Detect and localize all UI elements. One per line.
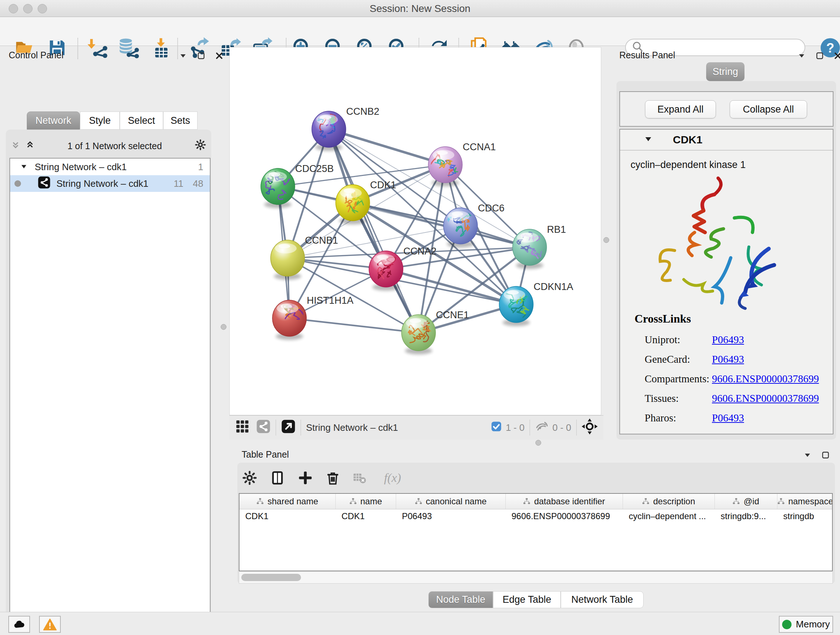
left-splitter-handle[interactable]: [221, 324, 226, 330]
node-HIST1H1A[interactable]: [272, 296, 306, 340]
crosslink-row: Tissues:9606.ENSP00000378699: [645, 393, 833, 405]
protein-structure-image: [640, 174, 785, 314]
function-builder-icon[interactable]: f(x): [376, 468, 409, 488]
table-gear-icon[interactable]: [240, 468, 260, 488]
delete-table-icon[interactable]: [349, 468, 370, 488]
tab-edge-table[interactable]: Edge Table: [493, 591, 561, 608]
tab-node-table[interactable]: Node Table: [428, 591, 493, 608]
tab-sets[interactable]: Sets: [163, 111, 197, 130]
panel-close-icon[interactable]: [215, 51, 224, 62]
node-CCNB1[interactable]: [271, 240, 305, 280]
node-label-CCNA1: CCNA1: [463, 141, 496, 152]
tab-network-table[interactable]: Network Table: [561, 591, 644, 608]
node-label-CCNE1: CCNE1: [436, 310, 469, 320]
right-splitter-handle[interactable]: [603, 237, 609, 243]
node-CCNB2[interactable]: [312, 109, 346, 151]
tab-style[interactable]: Style: [80, 111, 120, 130]
column-header-label: name: [360, 496, 382, 507]
panel-float-icon[interactable]: [821, 451, 830, 461]
column-header-canonical-name[interactable]: canonical name: [396, 494, 506, 509]
panel-collapse-icon[interactable]: [803, 451, 812, 461]
fit-content-crosshair-icon[interactable]: [582, 418, 598, 437]
column-header-shared-name[interactable]: shared name: [240, 494, 336, 509]
node-label-CCNB1: CCNB1: [305, 235, 338, 246]
node-label-HIST1H1A: HIST1H1A: [307, 295, 354, 306]
network-list: String Network – cdk1 1 String Network –…: [9, 158, 210, 635]
gene-description: cyclin–dependent kinase 1: [630, 159, 745, 171]
results-panel-title: Results Panel: [619, 50, 675, 60]
panel-collapse-icon[interactable]: [797, 51, 806, 62]
table-cell[interactable]: P06493: [396, 509, 506, 524]
tab-select[interactable]: Select: [120, 111, 163, 130]
table-cell[interactable]: 9606.ENSP00000378699: [506, 509, 623, 524]
table-row[interactable]: CDK1CDK1P064939606.ENSP00000378699cyclin…: [240, 509, 832, 524]
cloud-button[interactable]: [8, 616, 30, 633]
open-in-new-window-icon[interactable]: [281, 419, 295, 436]
table-header-row[interactable]: shared namenamecanonical namedatabase id…: [240, 494, 832, 509]
network-view[interactable]: CCNB2CCNA1CDC25BCDK1CDC6RB1CCNB1CCNA2CDK…: [229, 47, 601, 415]
scrollbar-thumb[interactable]: [241, 574, 301, 581]
node-CCNA1[interactable]: [428, 147, 464, 187]
table-cell[interactable]: CDK1: [240, 509, 336, 524]
memory-status-dot: [782, 620, 791, 629]
panel-close-icon[interactable]: [834, 51, 840, 62]
expand-all-icon[interactable]: [25, 140, 35, 152]
edge-CCNB2-CCNA1[interactable]: [329, 129, 445, 165]
network-overview-icon[interactable]: [256, 419, 271, 436]
select-columns-icon[interactable]: [267, 468, 287, 488]
collection-count: 1: [198, 162, 203, 173]
node-CDKN1A[interactable]: [499, 287, 533, 326]
panel-float-icon[interactable]: [815, 51, 824, 62]
crosslink-link[interactable]: 9606.ENSP00000378699: [712, 373, 819, 385]
column-header-description[interactable]: description: [623, 494, 715, 509]
toolbar-divider: [530, 420, 530, 435]
section-collapse-icon[interactable]: [644, 135, 653, 145]
panel-float-icon[interactable]: [197, 51, 205, 62]
column-header-database-identifier[interactable]: database identifier: [506, 494, 623, 509]
collapse-all-button[interactable]: Collapse All: [729, 100, 807, 119]
node-CDC25B[interactable]: [261, 168, 295, 208]
hidden-eye-slash-icon[interactable]: [535, 420, 549, 436]
edge-HIST1H1A-CCNE1[interactable]: [289, 318, 418, 333]
crosslink-row: GeneCard:P06493: [645, 353, 833, 366]
collapse-all-icon[interactable]: [11, 140, 20, 152]
collection-label: String Network – cdk1: [35, 162, 126, 173]
table-cell[interactable]: stringdb:9...: [715, 509, 777, 524]
tab-network[interactable]: Network: [27, 111, 80, 130]
column-header-name[interactable]: name: [336, 494, 396, 509]
crosslink-link[interactable]: P06493: [712, 353, 744, 365]
add-column-icon[interactable]: [295, 468, 316, 488]
memory-button[interactable]: Memory: [779, 616, 833, 633]
column-header--id[interactable]: @id: [715, 494, 777, 509]
table-cell[interactable]: stringdb: [777, 509, 833, 524]
selected-count: 1 - 0: [506, 422, 524, 433]
application-window: Session: New Session: [0, 0, 840, 635]
network-graph[interactable]: CCNB2CCNA1CDC25BCDK1CDC6RB1CCNB1CCNA2CDK…: [230, 48, 601, 415]
node-section-header[interactable]: CDK1: [620, 130, 833, 150]
toolbar-divider: [301, 420, 301, 435]
crosslink-link[interactable]: P06493: [712, 334, 744, 346]
crosslinks-title: CrossLinks: [635, 312, 691, 325]
birdseye-grid-icon[interactable]: [235, 419, 249, 436]
gear-icon[interactable]: [195, 139, 206, 153]
node-RB1[interactable]: [513, 229, 546, 269]
tree-expand-icon[interactable]: [20, 162, 27, 173]
tab-string[interactable]: String: [706, 62, 745, 81]
table-horizontal-scrollbar[interactable]: [239, 572, 833, 584]
status-bar: Memory: [0, 612, 840, 635]
delete-column-icon[interactable]: [323, 468, 343, 488]
crosslink-link[interactable]: P06493: [712, 412, 744, 424]
table-cell[interactable]: CDK1: [336, 509, 396, 524]
table-cell[interactable]: cyclin–dependent ...: [623, 509, 715, 524]
network-status-dot: [14, 180, 21, 187]
network-collection-row[interactable]: String Network – cdk1 1: [10, 158, 210, 175]
horizontal-splitter-handle[interactable]: [535, 440, 541, 446]
crosslink-link[interactable]: 9606.ENSP00000378699: [712, 393, 819, 404]
panel-collapse-icon[interactable]: [179, 51, 187, 62]
expand-all-button[interactable]: Expand All: [645, 100, 716, 119]
selected-checkbox-icon[interactable]: [491, 421, 502, 435]
node-table[interactable]: shared namenamecanonical namedatabase id…: [239, 493, 833, 571]
network-row[interactable]: String Network – cdk1 11 48: [10, 175, 210, 192]
warning-button[interactable]: [39, 616, 61, 633]
column-header-namespace[interactable]: namespace: [777, 494, 833, 509]
